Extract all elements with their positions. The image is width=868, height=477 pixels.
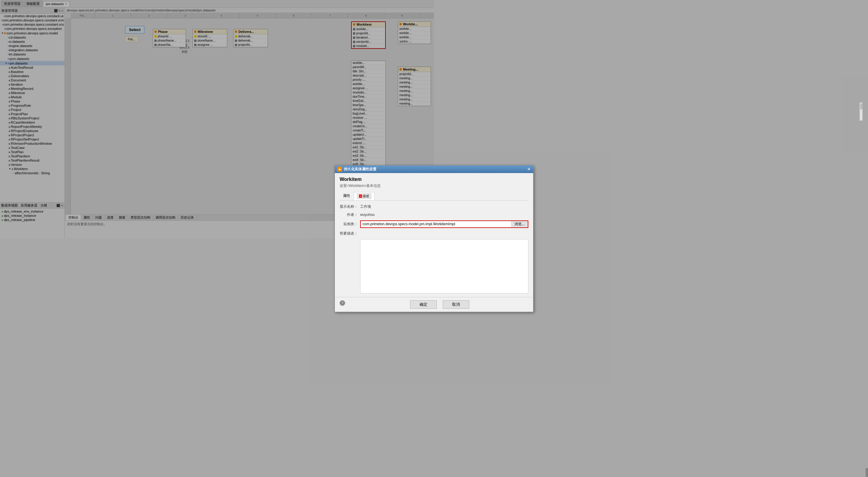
author-label: 作者： bbox=[340, 212, 358, 217]
impl-class-input-box: 浏览... bbox=[360, 220, 434, 228]
display-name-label: 显示名称： bbox=[340, 204, 358, 209]
tab-highlight-icon: ▪ bbox=[359, 195, 362, 198]
modal-dialog: ■ 持久化实体属性设置 ✕ Workitem 设置<Workitem>基本信息 … bbox=[335, 165, 434, 239]
impl-class-label: 实例类： bbox=[340, 221, 358, 227]
display-name-value: 工作项 bbox=[360, 204, 371, 209]
modal-title-left: ■ 持久化实体属性设置 bbox=[337, 167, 376, 172]
tab-properties-inner: ▪ 描述 bbox=[357, 193, 371, 199]
modal-body: Workitem 设置<Workitem>基本信息 属性 ▪ 描述 bbox=[335, 173, 434, 239]
modal-titlebar: ■ 持久化实体属性设置 ✕ bbox=[335, 166, 434, 173]
modal-subtitle: 设置<Workitem>基本信息 bbox=[340, 183, 434, 188]
modal-tab-desc-label: 描述 bbox=[363, 194, 369, 199]
modal-tab-properties[interactable]: 属性 bbox=[340, 192, 353, 200]
author-value: wuyuhou bbox=[360, 213, 375, 217]
form-row-author: 作者： wuyuhou bbox=[340, 212, 434, 217]
impl-class-input[interactable] bbox=[361, 221, 434, 227]
modal-tabs: 属性 ▪ 描述 bbox=[340, 192, 434, 201]
modal-tab-description[interactable]: ▪ 描述 bbox=[353, 192, 375, 200]
form-row-impl-class: 实例类： 浏览... bbox=[340, 220, 434, 228]
modal-icon: ■ bbox=[337, 167, 342, 172]
desc-label: 简要描述： bbox=[340, 231, 358, 236]
modal-overlay: ■ 持久化实体属性设置 ✕ Workitem 设置<Workitem>基本信息 … bbox=[0, 0, 434, 239]
modal-tab-properties-label: 属性 bbox=[343, 193, 350, 198]
modal-entity-title: Workitem bbox=[340, 177, 434, 182]
form-row-desc-label: 简要描述： bbox=[340, 231, 434, 236]
modal-title-text: 持久化实体属性设置 bbox=[344, 167, 376, 172]
form-row-display-name: 显示名称： 工作项 bbox=[340, 204, 434, 209]
app-container: 资源管理器 模板配置 pm.datasetx × 资源管理器 ⬛ ✕ ≡ ▪ c… bbox=[0, 0, 434, 239]
